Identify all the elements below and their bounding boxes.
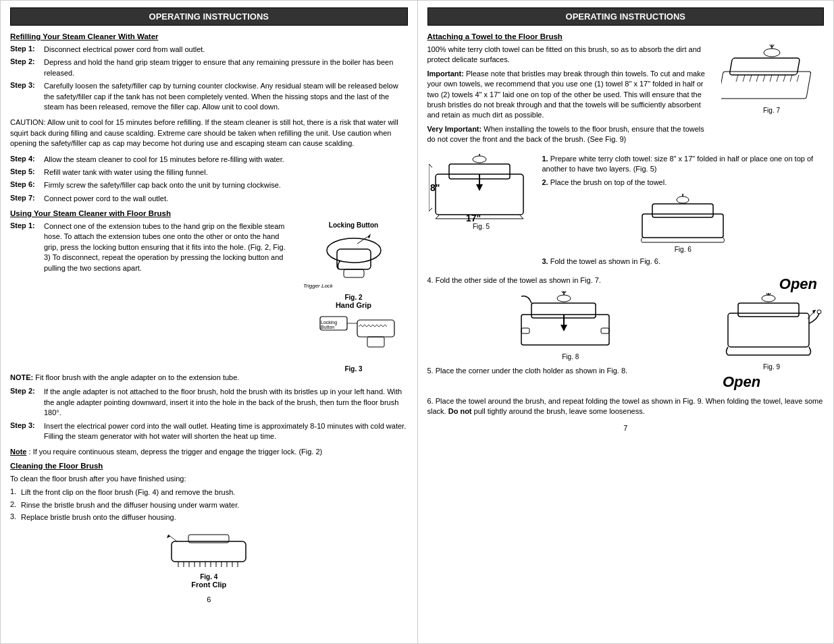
- num-content: Replace bristle brush onto the diffuser …: [21, 512, 408, 522]
- left-header: OPERATING INSTRUCTIONS: [10, 7, 408, 26]
- svg-line-41: [790, 75, 792, 82]
- fig3-label: Fig. 3: [300, 365, 408, 373]
- fig3-svg: Locking Button: [303, 313, 405, 364]
- right-text: 100% white terry cloth towel can be fitt…: [427, 45, 713, 149]
- note-block: NOTE: Fit floor brush with the angle ada…: [10, 373, 408, 383]
- items1-2: 1. Prepare white terry cloth towel: size…: [542, 154, 825, 271]
- open-label-bottom: Open: [723, 373, 824, 391]
- note-steps: Step 2: If the angle adapter is not atta…: [10, 387, 408, 441]
- fig2-3-container: Locking Button Trigger Lock: [300, 221, 408, 373]
- svg-rect-28: [721, 72, 811, 99]
- front-clip-label: Front Clip: [10, 581, 408, 589]
- svg-line-49: [429, 208, 432, 211]
- step-label: Step 2:: [10, 387, 44, 418]
- num-content: Rinse the bristle brush and the diffuser…: [21, 500, 408, 510]
- hand-grip-label: Hand Grip: [300, 301, 408, 309]
- svg-rect-11: [367, 337, 384, 347]
- svg-rect-70: [728, 313, 809, 347]
- step-content: Insert the electrical power cord into th…: [44, 421, 408, 442]
- fig4-svg: [165, 528, 253, 572]
- list-item: 3. Replace bristle brush onto the diffus…: [10, 512, 408, 522]
- attaching-title-text: Attaching a Towel to the Floor Brush: [427, 32, 563, 41]
- svg-line-26: [168, 535, 177, 541]
- step-content: Depress and hold the hand grip steam tri…: [44, 57, 408, 78]
- fig5-label: Fig. 5: [427, 223, 536, 230]
- left-page-number: 6: [10, 595, 408, 603]
- fig4-container: Fig. 4 Front Clip: [10, 528, 408, 589]
- svg-point-45: [473, 156, 486, 163]
- step-item: Step 2: If the angle adapter is not atta…: [10, 387, 408, 418]
- svg-line-53: [520, 215, 523, 219]
- svg-rect-29: [729, 58, 800, 75]
- svg-line-52: [436, 215, 439, 219]
- step-item: Step 3: Carefully loosen the safety/fill…: [10, 81, 408, 112]
- step-content: If the angle adapter is not attached to …: [44, 387, 408, 418]
- open-top-text: Open: [779, 275, 817, 292]
- item3-text: Fold the towel as shown in Fig. 6.: [550, 257, 660, 265]
- fig8-container: Fig. 8: [427, 291, 714, 360]
- step-label: Step 7:: [10, 194, 44, 204]
- fig8-label: Fig. 8: [427, 353, 714, 360]
- left-page: OPERATING INSTRUCTIONS Refilling Your St…: [0, 0, 417, 644]
- fig6-svg: [639, 194, 727, 244]
- cleaning-title: Cleaning the Floor Brush: [10, 462, 408, 470]
- svg-point-72: [762, 295, 775, 302]
- caution-block: CAUTION: Allow unit to cool for 15 minut…: [10, 117, 408, 149]
- step-content: Connect power cord to the wall outlet.: [44, 194, 408, 204]
- num-label: 3.: [10, 512, 21, 522]
- step-item: Step 4: Allow the steam cleaner to cool …: [10, 155, 408, 165]
- step-content: Firmly screw the safety/filler cap back …: [44, 180, 408, 190]
- attaching-title: Attaching a Towel to the Floor Brush: [427, 32, 825, 41]
- svg-rect-71: [738, 303, 799, 317]
- step-label: Step 4:: [10, 155, 44, 165]
- fig6-label: Fig. 6: [542, 246, 825, 253]
- step6-text2: pull tightly around the brush, leave som…: [472, 407, 645, 415]
- steps-4-6: 4. Fold the other side of the towel as s…: [427, 275, 825, 391]
- svg-line-37: [763, 75, 765, 82]
- svg-point-59: [677, 196, 689, 203]
- right-page: OPERATING INSTRUCTIONS Attaching a Towel…: [417, 0, 835, 644]
- svg-rect-1: [337, 249, 371, 269]
- section-cleaning: Cleaning the Floor Brush To clean the fl…: [10, 462, 408, 589]
- step-content: Refill water tank with water using the f…: [44, 167, 408, 178]
- step-item: Step 6: Firmly screw the safety/filler c…: [10, 180, 408, 190]
- svg-rect-10: [357, 320, 394, 337]
- svg-line-48: [429, 164, 432, 167]
- fig6-container: Fig. 6: [542, 194, 825, 253]
- fig3-container: Locking Button Fig. 3: [300, 313, 408, 373]
- num-label: 1.: [10, 487, 21, 498]
- step-label: Step 3:: [10, 81, 44, 112]
- open-label-top: Open: [719, 275, 817, 293]
- svg-line-35: [750, 75, 752, 82]
- fig9-svg: [721, 293, 823, 360]
- svg-point-0: [327, 238, 381, 263]
- refilling-title: Refilling Your Steam Cleaner With Water: [10, 32, 408, 41]
- step-item: Step 1: Disconnect electrical power cord…: [10, 45, 408, 55]
- note2-text: : If you require continuous steam, depre…: [29, 448, 323, 456]
- item2: 2. Place the brush on top of the towel.: [542, 178, 825, 188]
- note2-block: Note : If you require continuous steam, …: [10, 447, 408, 457]
- important1-content: Please note that bristles may break thro…: [427, 70, 705, 119]
- svg-point-63: [557, 295, 571, 302]
- floor-brush-title: Using Your Steam Cleaner with Floor Brus…: [10, 209, 408, 217]
- step-item: Step 5: Refill water tank with water usi…: [10, 167, 408, 178]
- num-label: 2.: [10, 500, 21, 510]
- step-label: Step 1:: [10, 45, 44, 55]
- step-item: Step 3: Insert the electrical power cord…: [10, 421, 408, 442]
- section2-steps: Step 1: Connect one of the extension tub…: [10, 221, 294, 273]
- refilling-steps-1: Step 1: Disconnect electrical power cord…: [10, 45, 408, 112]
- section-refilling: Refilling Your Steam Cleaner With Water …: [10, 32, 408, 204]
- svg-marker-4: [367, 234, 371, 238]
- cleaning-intro: To clean the floor brush after you have …: [10, 474, 408, 484]
- svg-text:8": 8": [430, 182, 440, 193]
- svg-text:17": 17": [466, 213, 481, 221]
- fig9-area: Open Fig. 9: [719, 275, 824, 391]
- fig2-svg: Trigger Lock: [303, 230, 405, 291]
- num-content: Lift the front clip on the floor brush (…: [21, 487, 408, 498]
- svg-line-3: [357, 237, 367, 244]
- step-label: Step 3:: [10, 421, 44, 442]
- step-label: Step 6:: [10, 180, 44, 190]
- svg-line-36: [756, 75, 758, 82]
- svg-rect-12: [172, 541, 246, 562]
- section-floor-brush: Using Your Steam Cleaner with Floor Brus…: [10, 209, 408, 458]
